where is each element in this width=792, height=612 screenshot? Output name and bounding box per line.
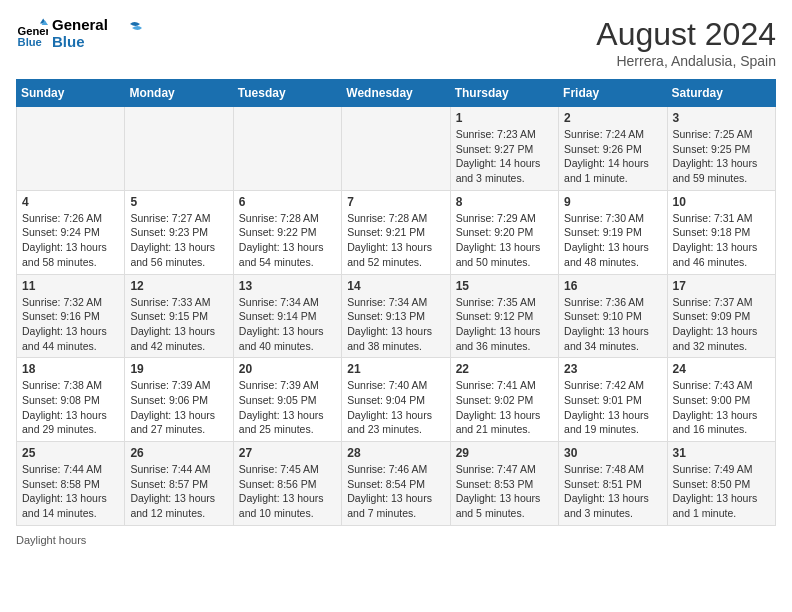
day-info: Sunrise: 7:40 AM Sunset: 9:04 PM Dayligh… xyxy=(347,378,444,437)
day-info: Sunrise: 7:36 AM Sunset: 9:10 PM Dayligh… xyxy=(564,295,661,354)
calendar-cell: 30Sunrise: 7:48 AM Sunset: 8:51 PM Dayli… xyxy=(559,442,667,526)
calendar-cell: 5Sunrise: 7:27 AM Sunset: 9:23 PM Daylig… xyxy=(125,190,233,274)
day-number: 4 xyxy=(22,195,119,209)
day-info: Sunrise: 7:35 AM Sunset: 9:12 PM Dayligh… xyxy=(456,295,553,354)
calendar-cell: 20Sunrise: 7:39 AM Sunset: 9:05 PM Dayli… xyxy=(233,358,341,442)
day-number: 24 xyxy=(673,362,770,376)
day-number: 7 xyxy=(347,195,444,209)
calendar-header: SundayMondayTuesdayWednesdayThursdayFrid… xyxy=(17,80,776,107)
day-info: Sunrise: 7:38 AM Sunset: 9:08 PM Dayligh… xyxy=(22,378,119,437)
day-info: Sunrise: 7:46 AM Sunset: 8:54 PM Dayligh… xyxy=(347,462,444,521)
day-info: Sunrise: 7:33 AM Sunset: 9:15 PM Dayligh… xyxy=(130,295,227,354)
calendar-cell xyxy=(233,107,341,191)
day-number: 15 xyxy=(456,279,553,293)
day-number: 18 xyxy=(22,362,119,376)
day-number: 3 xyxy=(673,111,770,125)
calendar-cell: 15Sunrise: 7:35 AM Sunset: 9:12 PM Dayli… xyxy=(450,274,558,358)
day-info: Sunrise: 7:43 AM Sunset: 9:00 PM Dayligh… xyxy=(673,378,770,437)
weekday-monday: Monday xyxy=(125,80,233,107)
calendar-cell: 7Sunrise: 7:28 AM Sunset: 9:21 PM Daylig… xyxy=(342,190,450,274)
calendar-cell: 9Sunrise: 7:30 AM Sunset: 9:19 PM Daylig… xyxy=(559,190,667,274)
day-number: 29 xyxy=(456,446,553,460)
calendar-cell: 31Sunrise: 7:49 AM Sunset: 8:50 PM Dayli… xyxy=(667,442,775,526)
day-number: 8 xyxy=(456,195,553,209)
day-info: Sunrise: 7:29 AM Sunset: 9:20 PM Dayligh… xyxy=(456,211,553,270)
calendar-cell: 1Sunrise: 7:23 AM Sunset: 9:27 PM Daylig… xyxy=(450,107,558,191)
day-info: Sunrise: 7:30 AM Sunset: 9:19 PM Dayligh… xyxy=(564,211,661,270)
logo-wave-icon xyxy=(112,18,142,48)
weekday-friday: Friday xyxy=(559,80,667,107)
day-info: Sunrise: 7:44 AM Sunset: 8:58 PM Dayligh… xyxy=(22,462,119,521)
logo-general: General xyxy=(52,16,108,33)
day-number: 26 xyxy=(130,446,227,460)
day-number: 27 xyxy=(239,446,336,460)
logo-blue: Blue xyxy=(52,33,108,50)
page-title: August 2024 xyxy=(596,16,776,53)
day-number: 22 xyxy=(456,362,553,376)
calendar-cell: 11Sunrise: 7:32 AM Sunset: 9:16 PM Dayli… xyxy=(17,274,125,358)
calendar-cell: 8Sunrise: 7:29 AM Sunset: 9:20 PM Daylig… xyxy=(450,190,558,274)
day-info: Sunrise: 7:34 AM Sunset: 9:13 PM Dayligh… xyxy=(347,295,444,354)
calendar-cell: 19Sunrise: 7:39 AM Sunset: 9:06 PM Dayli… xyxy=(125,358,233,442)
weekday-wednesday: Wednesday xyxy=(342,80,450,107)
day-info: Sunrise: 7:27 AM Sunset: 9:23 PM Dayligh… xyxy=(130,211,227,270)
page-header: General Blue General Blue August 2024 He… xyxy=(16,16,776,69)
day-number: 17 xyxy=(673,279,770,293)
day-number: 13 xyxy=(239,279,336,293)
weekday-tuesday: Tuesday xyxy=(233,80,341,107)
calendar-week-row: 11Sunrise: 7:32 AM Sunset: 9:16 PM Dayli… xyxy=(17,274,776,358)
day-info: Sunrise: 7:26 AM Sunset: 9:24 PM Dayligh… xyxy=(22,211,119,270)
day-number: 6 xyxy=(239,195,336,209)
day-info: Sunrise: 7:44 AM Sunset: 8:57 PM Dayligh… xyxy=(130,462,227,521)
page-subtitle: Herrera, Andalusia, Spain xyxy=(596,53,776,69)
calendar-cell xyxy=(17,107,125,191)
day-info: Sunrise: 7:42 AM Sunset: 9:01 PM Dayligh… xyxy=(564,378,661,437)
calendar-cell: 4Sunrise: 7:26 AM Sunset: 9:24 PM Daylig… xyxy=(17,190,125,274)
calendar-week-row: 18Sunrise: 7:38 AM Sunset: 9:08 PM Dayli… xyxy=(17,358,776,442)
calendar-cell xyxy=(342,107,450,191)
calendar-cell: 22Sunrise: 7:41 AM Sunset: 9:02 PM Dayli… xyxy=(450,358,558,442)
logo: General Blue General Blue xyxy=(16,16,142,50)
weekday-header-row: SundayMondayTuesdayWednesdayThursdayFrid… xyxy=(17,80,776,107)
day-number: 9 xyxy=(564,195,661,209)
day-info: Sunrise: 7:28 AM Sunset: 9:22 PM Dayligh… xyxy=(239,211,336,270)
day-number: 2 xyxy=(564,111,661,125)
day-info: Sunrise: 7:28 AM Sunset: 9:21 PM Dayligh… xyxy=(347,211,444,270)
footer-text: Daylight hours xyxy=(16,534,86,546)
day-number: 1 xyxy=(456,111,553,125)
day-info: Sunrise: 7:31 AM Sunset: 9:18 PM Dayligh… xyxy=(673,211,770,270)
day-info: Sunrise: 7:39 AM Sunset: 9:06 PM Dayligh… xyxy=(130,378,227,437)
day-number: 30 xyxy=(564,446,661,460)
calendar-cell xyxy=(125,107,233,191)
weekday-sunday: Sunday xyxy=(17,80,125,107)
weekday-thursday: Thursday xyxy=(450,80,558,107)
calendar-cell: 23Sunrise: 7:42 AM Sunset: 9:01 PM Dayli… xyxy=(559,358,667,442)
day-info: Sunrise: 7:23 AM Sunset: 9:27 PM Dayligh… xyxy=(456,127,553,186)
day-number: 28 xyxy=(347,446,444,460)
day-info: Sunrise: 7:39 AM Sunset: 9:05 PM Dayligh… xyxy=(239,378,336,437)
day-info: Sunrise: 7:32 AM Sunset: 9:16 PM Dayligh… xyxy=(22,295,119,354)
day-number: 16 xyxy=(564,279,661,293)
calendar-cell: 21Sunrise: 7:40 AM Sunset: 9:04 PM Dayli… xyxy=(342,358,450,442)
calendar-cell: 27Sunrise: 7:45 AM Sunset: 8:56 PM Dayli… xyxy=(233,442,341,526)
day-info: Sunrise: 7:37 AM Sunset: 9:09 PM Dayligh… xyxy=(673,295,770,354)
day-number: 20 xyxy=(239,362,336,376)
weekday-saturday: Saturday xyxy=(667,80,775,107)
day-number: 10 xyxy=(673,195,770,209)
day-number: 23 xyxy=(564,362,661,376)
day-info: Sunrise: 7:48 AM Sunset: 8:51 PM Dayligh… xyxy=(564,462,661,521)
calendar-cell: 17Sunrise: 7:37 AM Sunset: 9:09 PM Dayli… xyxy=(667,274,775,358)
calendar-cell: 10Sunrise: 7:31 AM Sunset: 9:18 PM Dayli… xyxy=(667,190,775,274)
calendar-cell: 2Sunrise: 7:24 AM Sunset: 9:26 PM Daylig… xyxy=(559,107,667,191)
calendar-cell: 24Sunrise: 7:43 AM Sunset: 9:00 PM Dayli… xyxy=(667,358,775,442)
calendar-week-row: 25Sunrise: 7:44 AM Sunset: 8:58 PM Dayli… xyxy=(17,442,776,526)
calendar-cell: 12Sunrise: 7:33 AM Sunset: 9:15 PM Dayli… xyxy=(125,274,233,358)
day-number: 14 xyxy=(347,279,444,293)
calendar-body: 1Sunrise: 7:23 AM Sunset: 9:27 PM Daylig… xyxy=(17,107,776,526)
day-info: Sunrise: 7:25 AM Sunset: 9:25 PM Dayligh… xyxy=(673,127,770,186)
day-number: 12 xyxy=(130,279,227,293)
svg-text:Blue: Blue xyxy=(18,36,42,48)
calendar-table: SundayMondayTuesdayWednesdayThursdayFrid… xyxy=(16,79,776,526)
calendar-cell: 3Sunrise: 7:25 AM Sunset: 9:25 PM Daylig… xyxy=(667,107,775,191)
calendar-cell: 18Sunrise: 7:38 AM Sunset: 9:08 PM Dayli… xyxy=(17,358,125,442)
